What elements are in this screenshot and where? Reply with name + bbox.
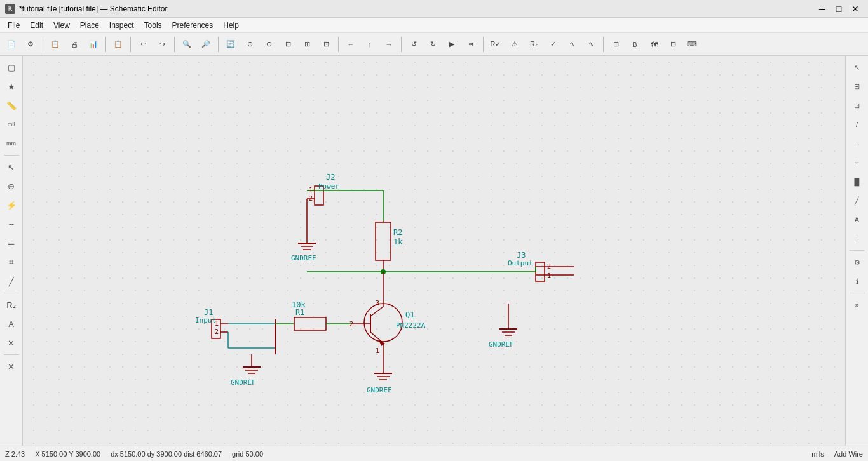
map-button[interactable]: 🗺 xyxy=(645,36,663,53)
script-button[interactable]: ⌨ xyxy=(683,36,701,53)
rt-separator xyxy=(850,250,865,251)
lt-unit-mil-button[interactable]: mil xyxy=(3,116,20,133)
svg-text:Input: Input xyxy=(195,316,216,324)
svg-text:1: 1 xyxy=(215,320,219,327)
lt-ruler-button[interactable]: 📏 xyxy=(3,97,20,114)
menu-item-preferences[interactable]: Preferences xyxy=(167,20,219,31)
run-button[interactable]: ▶ xyxy=(443,36,461,53)
undo2-button[interactable]: ↺ xyxy=(405,36,423,53)
lt-separator xyxy=(4,155,19,156)
check-button[interactable]: ✓ xyxy=(544,36,562,53)
erc-button[interactable]: R✓ xyxy=(487,36,505,53)
lt-separator xyxy=(4,293,19,293)
svg-text:Output: Output xyxy=(508,259,533,267)
board-button[interactable]: ⊟ xyxy=(664,36,682,53)
rt-cursor-button[interactable]: ↖ xyxy=(848,58,866,76)
menu-item-help[interactable]: Help xyxy=(218,20,244,31)
svg-text:J3: J3 xyxy=(517,251,526,260)
rt-info-button[interactable]: ℹ xyxy=(848,272,866,290)
rt-zoom-button[interactable]: ⊡ xyxy=(848,97,866,114)
rt-palette-button[interactable]: █ xyxy=(848,173,866,190)
lt-add-line-button[interactable]: ╱ xyxy=(3,272,20,290)
rt-separator xyxy=(850,293,865,293)
left-toolbar: ▢★📏milmm↖⊕⚡╌═⌗╱R₂A✕✕ xyxy=(0,56,23,446)
lt-add-text-button[interactable]: A xyxy=(3,315,20,333)
rt-grid-button[interactable]: ⊞ xyxy=(848,77,866,95)
find-button[interactable]: 🔍 xyxy=(178,36,196,53)
find-replace-button[interactable]: 🔎 xyxy=(197,36,215,53)
lt-cursor-button[interactable]: ↖ xyxy=(3,158,20,176)
redo2-button[interactable]: ↻ xyxy=(424,36,442,53)
erc2-button[interactable]: ⚠ xyxy=(506,36,524,53)
close-button[interactable]: ✕ xyxy=(848,3,863,15)
table-button[interactable]: ⊞ xyxy=(607,36,625,53)
lt-tools-button[interactable]: ✕ xyxy=(3,357,20,375)
menu-item-tools[interactable]: Tools xyxy=(139,20,167,31)
sim2-button[interactable]: ∿ xyxy=(582,36,600,53)
lt-add-symbol-button[interactable]: ⊕ xyxy=(3,177,20,195)
titlebar: K *tutorial file [tutorial file] — Schem… xyxy=(0,0,868,18)
zoom-fit-button[interactable]: ⊟ xyxy=(279,36,297,53)
print-button[interactable]: 🖨 xyxy=(65,36,83,53)
mirror-button[interactable]: ⇔ xyxy=(462,36,480,53)
page-settings-button[interactable]: 📋 xyxy=(46,36,64,53)
rt-settings-button[interactable]: ⚙ xyxy=(848,253,866,271)
maximize-button[interactable]: □ xyxy=(831,3,846,15)
rt-arrow-button[interactable]: → xyxy=(848,135,866,152)
svg-rect-2 xyxy=(27,56,841,446)
svg-text:3: 3 xyxy=(376,300,379,307)
lt-select-button[interactable]: ▢ xyxy=(3,58,20,76)
minimize-button[interactable]: ─ xyxy=(815,3,830,15)
rt-wire-button[interactable]: ╌ xyxy=(848,154,866,171)
redo-button[interactable]: ↪ xyxy=(153,36,171,53)
rt-collapse-button[interactable]: » xyxy=(848,296,866,314)
lt-annotate-button[interactable]: R₂ xyxy=(3,296,20,314)
lt-highlight-button[interactable]: ★ xyxy=(3,77,20,95)
titlebar-left: K *tutorial file [tutorial file] — Schem… xyxy=(5,4,167,14)
zoom-level: Z 2.43 xyxy=(5,450,25,458)
lt-unit-mm-button[interactable]: mm xyxy=(3,135,20,152)
menubar: FileEditViewPlaceInspectToolsPreferences… xyxy=(0,18,868,33)
nav-up-button[interactable]: ↑ xyxy=(361,36,379,53)
rt-font-button[interactable]: A xyxy=(848,211,866,229)
menu-item-view[interactable]: View xyxy=(48,20,75,31)
toolbar-separator xyxy=(483,37,484,52)
zoom-100-button[interactable]: ⊡ xyxy=(317,36,335,53)
plot-button[interactable]: 📊 xyxy=(85,36,102,53)
rt-line-button[interactable]: / xyxy=(848,116,866,133)
lt-add-wire-button[interactable]: ╌ xyxy=(3,215,20,233)
nav-fwd-button[interactable]: → xyxy=(380,36,398,53)
toolbar-separator xyxy=(130,37,131,52)
toolbar-separator xyxy=(218,37,219,52)
new-button[interactable]: 📄 xyxy=(3,36,20,53)
svg-text:GNDREF: GNDREF xyxy=(291,254,316,262)
lt-add-power-button[interactable]: ⚡ xyxy=(3,196,20,214)
nav-back-button[interactable]: ← xyxy=(342,36,360,53)
lt-add-bus-button[interactable]: ═ xyxy=(3,234,20,252)
rt-line2-button[interactable]: ╱ xyxy=(848,192,866,210)
lt-measure-button[interactable]: ⌗ xyxy=(3,253,20,271)
toolbar-separator xyxy=(338,37,339,52)
svg-text:GNDREF: GNDREF xyxy=(489,340,514,349)
rt-add-button[interactable]: + xyxy=(848,230,866,248)
clipboard-button[interactable]: 📋 xyxy=(109,36,127,53)
refresh-button[interactable]: 🔄 xyxy=(222,36,240,53)
preferences-button[interactable]: ⚙ xyxy=(22,36,39,53)
menu-item-edit[interactable]: Edit xyxy=(25,20,48,31)
schematic-svg: J2 Power 1 2 R2 1k GNDREF xyxy=(23,56,845,446)
zoom-out-button[interactable]: ⊖ xyxy=(260,36,278,53)
main-layout: ▢★📏milmm↖⊕⚡╌═⌗╱R₂A✕✕ J2 Power 1 2 xyxy=(0,56,868,446)
svg-text:R1: R1 xyxy=(295,308,304,317)
netlist-button[interactable]: R₂ xyxy=(525,36,543,53)
sim-button[interactable]: ∿ xyxy=(563,36,581,53)
menu-item-place[interactable]: Place xyxy=(75,20,104,31)
svg-text:J2: J2 xyxy=(326,173,335,182)
bom-button[interactable]: B xyxy=(626,36,644,53)
lt-noconn-button[interactable]: ✕ xyxy=(3,334,20,352)
undo-button[interactable]: ↩ xyxy=(134,36,152,53)
menu-item-inspect[interactable]: Inspect xyxy=(104,20,139,31)
menu-item-file[interactable]: File xyxy=(3,20,25,31)
zoom-in-button[interactable]: ⊕ xyxy=(241,36,259,53)
schematic-canvas-area[interactable]: J2 Power 1 2 R2 1k GNDREF xyxy=(23,56,845,446)
zoom-area-button[interactable]: ⊞ xyxy=(298,36,316,53)
